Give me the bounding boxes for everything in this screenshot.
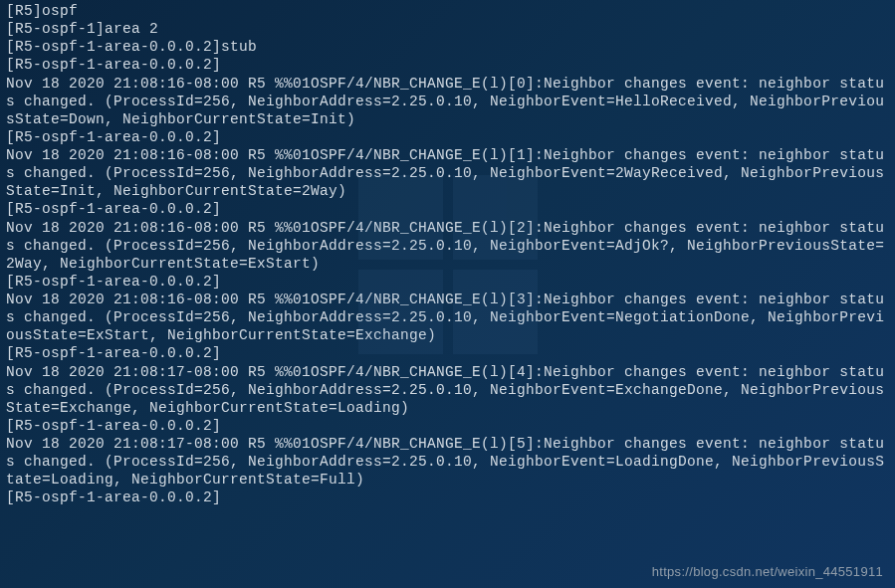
watermark-text: https://blog.csdn.net/weixin_44551911 <box>652 564 883 580</box>
terminal-line: [R5-ospf-1-area-0.0.0.2] <box>6 273 889 291</box>
terminal-line: Nov 18 2020 21:08:16-08:00 R5 %%01OSPF/4… <box>6 146 889 200</box>
terminal-line: [R5-ospf-1-area-0.0.0.2] <box>6 344 889 362</box>
terminal-line: Nov 18 2020 21:08:16-08:00 R5 %%01OSPF/4… <box>6 291 889 344</box>
terminal-line: [R5-ospf-1-area-0.0.0.2] <box>6 128 889 146</box>
terminal-line: [R5-ospf-1]area 2 <box>6 20 889 38</box>
terminal-line: Nov 18 2020 21:08:16-08:00 R5 %%01OSPF/4… <box>6 219 889 273</box>
terminal-line: Nov 18 2020 21:08:17-08:00 R5 %%01OSPF/4… <box>6 435 889 489</box>
terminal-output[interactable]: [R5]ospf [R5-ospf-1]area 2 [R5-ospf-1-ar… <box>6 2 889 507</box>
terminal-line: [R5]ospf <box>6 2 889 20</box>
terminal-line: [R5-ospf-1-area-0.0.0.2] <box>6 200 889 218</box>
terminal-line: [R5-ospf-1-area-0.0.0.2] <box>6 417 889 435</box>
terminal-line: [R5-ospf-1-area-0.0.0.2] <box>6 56 889 74</box>
terminal-line: Nov 18 2020 21:08:16-08:00 R5 %%01OSPF/4… <box>6 75 889 128</box>
terminal-line: [R5-ospf-1-area-0.0.0.2] <box>6 489 889 506</box>
terminal-line: [R5-ospf-1-area-0.0.0.2]stub <box>6 38 889 56</box>
terminal-line: Nov 18 2020 21:08:17-08:00 R5 %%01OSPF/4… <box>6 363 889 417</box>
